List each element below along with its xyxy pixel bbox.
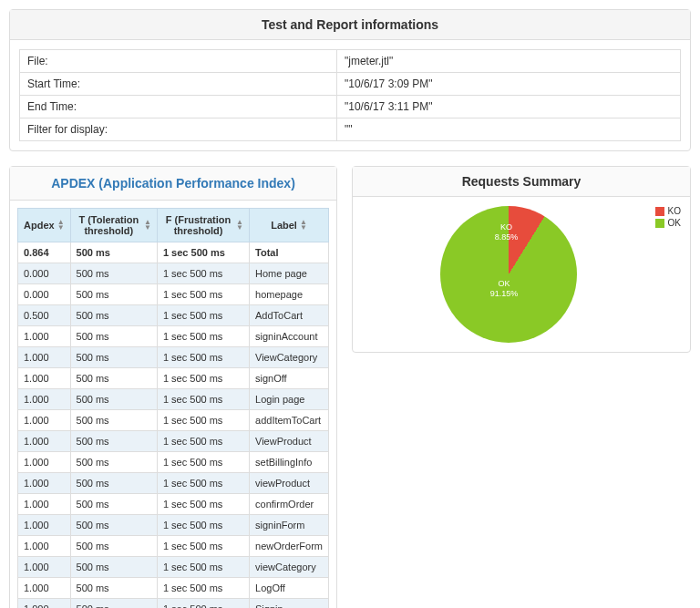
table-cell: 1 sec 500 ms [157, 305, 249, 326]
table-cell: ViewProduct [250, 431, 329, 452]
apdex-header-row: Apdex▲▼T (Toleration threshold)▲▼F (Frus… [18, 209, 329, 242]
table-cell: 500 ms [70, 578, 157, 599]
table-cell: 500 ms [70, 263, 157, 284]
table-row: 1.000500 ms1 sec 500 mssigninForm [18, 515, 329, 536]
table-row: 1.000500 ms1 sec 500 msViewProduct [18, 431, 329, 452]
table-cell: 500 ms [70, 536, 157, 557]
table-cell: 500 ms [70, 368, 157, 389]
table-row: 1.000500 ms1 sec 500 msLogin page [18, 389, 329, 410]
apdex-header[interactable]: Label▲▼ [250, 209, 329, 242]
table-cell: signOff [250, 368, 329, 389]
table-cell: 1.000 [18, 431, 71, 452]
table-cell: 500 ms [70, 410, 157, 431]
sort-icon: ▲▼ [300, 220, 307, 231]
table-cell: 0.000 [18, 263, 71, 284]
table-cell: 500 ms [70, 431, 157, 452]
table-row: 1.000500 ms1 sec 500 msaddItemToCart [18, 410, 329, 431]
table-row: 1.000500 ms1 sec 500 msLogOff [18, 578, 329, 599]
info-panel-title: Test and Report informations [10, 10, 690, 40]
table-cell: 1 sec 500 ms [157, 263, 249, 284]
table-cell: 500 ms [70, 599, 157, 609]
apdex-header[interactable]: T (Toleration threshold)▲▼ [70, 209, 157, 242]
legend: KOOK [655, 206, 681, 343]
table-cell: signinAccount [250, 326, 329, 347]
legend-label: KO [668, 206, 681, 216]
table-cell: 500 ms [70, 557, 157, 578]
info-value: "jmeter.jtl" [337, 50, 681, 73]
legend-swatch [655, 207, 664, 216]
apdex-header-label: Label [271, 220, 297, 231]
info-value: "10/6/17 3:09 PM" [337, 73, 681, 96]
table-cell: confirmOrder [250, 494, 329, 515]
apdex-header[interactable]: Apdex▲▼ [18, 209, 71, 242]
table-cell: 1.000 [18, 515, 71, 536]
table-row: 0.000500 ms1 sec 500 mshomepage [18, 284, 329, 305]
table-cell: 1.000 [18, 599, 71, 609]
apdex-header[interactable]: F (Frustration threshold)▲▼ [157, 209, 249, 242]
table-cell: 500 ms [70, 389, 157, 410]
table-cell: homepage [250, 284, 329, 305]
table-cell: 1 sec 500 ms [157, 242, 249, 263]
table-row: 1.000500 ms1 sec 500 msviewCategory [18, 557, 329, 578]
table-cell: Home page [250, 263, 329, 284]
table-cell: 500 ms [70, 347, 157, 368]
apdex-table: Apdex▲▼T (Toleration threshold)▲▼F (Frus… [17, 208, 329, 608]
table-cell: 1.000 [18, 389, 71, 410]
table-cell: 500 ms [70, 305, 157, 326]
sort-icon: ▲▼ [57, 220, 65, 231]
table-cell: 1 sec 500 ms [157, 536, 249, 557]
table-cell: 1 sec 500 ms [157, 452, 249, 473]
table-cell: 500 ms [70, 284, 157, 305]
table-cell: viewCategory [250, 557, 329, 578]
apdex-header-label: F (Frustration threshold) [163, 214, 233, 236]
info-label: Filter for display: [20, 119, 337, 141]
info-panel-body: File:"jmeter.jtl"Start Time:"10/6/17 3:0… [10, 40, 690, 150]
table-cell: setBillingInfo [250, 452, 329, 473]
table-cell: 1.000 [18, 473, 71, 494]
table-cell: Total [250, 242, 329, 263]
table-cell: 1.000 [18, 536, 71, 557]
table-cell: 1 sec 500 ms [157, 473, 249, 494]
info-value: "10/6/17 3:11 PM" [337, 96, 681, 119]
info-label: File: [20, 50, 337, 73]
legend-item: OK [655, 218, 681, 228]
table-cell: 500 ms [70, 242, 157, 263]
table-cell: 1 sec 500 ms [157, 389, 249, 410]
table-row: 1.000500 ms1 sec 500 msconfirmOrder [18, 494, 329, 515]
table-row: 1.000500 ms1 sec 500 mssignOff [18, 368, 329, 389]
table-row: 1.000500 ms1 sec 500 mssigninAccount [18, 326, 329, 347]
info-label: End Time: [20, 96, 337, 119]
table-cell: 1 sec 500 ms [157, 494, 249, 515]
info-panel: Test and Report informations File:"jmete… [9, 9, 691, 151]
table-cell: 500 ms [70, 452, 157, 473]
table-row: 0.000500 ms1 sec 500 msHome page [18, 263, 329, 284]
table-cell: 1 sec 500 ms [157, 557, 249, 578]
legend-label: OK [668, 218, 681, 228]
info-row: Start Time:"10/6/17 3:09 PM" [20, 73, 681, 96]
apdex-title: APDEX (Application Performance Index) [10, 167, 336, 201]
sort-icon: ▲▼ [236, 220, 243, 231]
table-cell: 500 ms [70, 515, 157, 536]
info-table: File:"jmeter.jtl"Start Time:"10/6/17 3:0… [19, 49, 681, 141]
pie-chart: KO8.85% OK91.15% [440, 206, 577, 343]
legend-swatch [655, 219, 664, 228]
sort-icon: ▲▼ [144, 220, 151, 231]
info-row: End Time:"10/6/17 3:11 PM" [20, 96, 681, 119]
table-cell: 1 sec 500 ms [157, 368, 249, 389]
table-row: 1.000500 ms1 sec 500 msviewProduct [18, 473, 329, 494]
table-cell: 1.000 [18, 578, 71, 599]
table-cell: 1 sec 500 ms [157, 410, 249, 431]
summary-panel: Requests Summary KO8.85% OK91.15% KOOK [352, 166, 691, 353]
table-cell: 0.864 [18, 242, 71, 263]
table-cell: ViewCategory [250, 347, 329, 368]
table-cell: 1 sec 500 ms [157, 431, 249, 452]
table-cell: AddToCart [250, 305, 329, 326]
table-cell: 500 ms [70, 326, 157, 347]
table-cell: 1.000 [18, 557, 71, 578]
table-cell: 0.500 [18, 305, 71, 326]
info-value: "" [337, 119, 681, 141]
table-cell: 1.000 [18, 368, 71, 389]
table-cell: 1.000 [18, 494, 71, 515]
table-cell: newOrderForm [250, 536, 329, 557]
table-cell: 1 sec 500 ms [157, 578, 249, 599]
